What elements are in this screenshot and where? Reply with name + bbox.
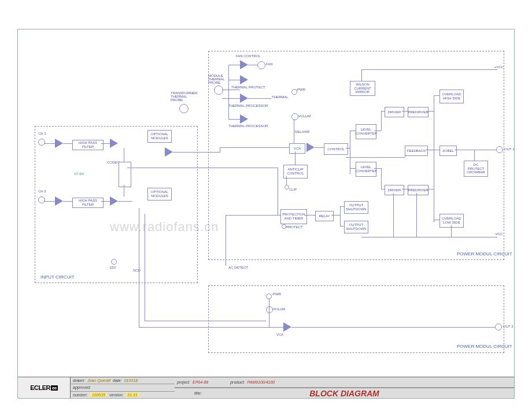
fan-amp xyxy=(240,60,248,69)
approved-key: approved: xyxy=(73,385,91,389)
therm-proc2-label: THERMAL PROCESSOR xyxy=(228,124,268,128)
ncd-label: NCD xyxy=(133,269,141,272)
sum-node xyxy=(111,259,117,265)
input-circuit-label: INPUT CIRCUIT xyxy=(40,274,75,280)
therm-prot-label: THERMAL PROTECT xyxy=(231,86,265,89)
drawn-key: drawn: xyxy=(73,378,85,382)
protect-led xyxy=(282,224,286,229)
opt-mod1-box: OPTIONAL MODULES xyxy=(147,130,172,143)
codec-box xyxy=(119,162,131,187)
amp-ch2 xyxy=(110,196,118,206)
predriv2-box: PREDRIVER xyxy=(408,185,428,195)
out1-label: OUT 1 xyxy=(504,147,515,151)
title-block: ECLERee drawn: Joan Queralt date: 010318… xyxy=(18,377,514,398)
vca2-label: VCA xyxy=(276,333,283,336)
out-shut2-box: OUTPUT SHUTDOWN xyxy=(344,221,368,233)
lvl-conv1-box: LEVEL CONVERTER xyxy=(356,124,376,139)
product-val: PAM6100/4100 xyxy=(247,380,275,384)
number-key: number: xyxy=(73,393,88,397)
version-key: version: xyxy=(109,393,124,397)
driver2-box: DRIVER xyxy=(385,185,404,195)
out2-conn xyxy=(495,324,502,330)
thermal-label: THERMAL xyxy=(272,95,289,99)
ch2-label: CH 2 xyxy=(38,190,46,193)
drawn-val: Joan Queralt xyxy=(87,378,110,382)
ch1-label: CH 1 xyxy=(38,132,46,135)
volum2-pot xyxy=(266,306,273,313)
diagram-title: BLOCK DIAGRAM xyxy=(309,389,379,398)
relay-box: RELAY xyxy=(315,211,334,221)
zobel-box: ZOBEL xyxy=(439,146,457,156)
vca-amp xyxy=(306,143,315,152)
date-key: date: xyxy=(113,378,122,382)
driver1-box: DRIVER xyxy=(385,107,404,117)
fan-ctrl-label: FAN CONTROL xyxy=(236,54,261,58)
op-amp-ch1 xyxy=(55,139,63,148)
mode-label: ST-BR xyxy=(74,172,84,176)
out-amp-1 xyxy=(165,147,173,157)
power-circuit-2-section xyxy=(208,285,504,353)
power-circuit-2-label: POWER MODUL CIRCUIT xyxy=(457,344,512,349)
ch1-connector xyxy=(38,139,45,146)
project-key: project: xyxy=(177,380,190,384)
opt-mod2-box: OPTIONAL MODULES xyxy=(147,188,172,200)
date-val: 010318 xyxy=(124,378,138,382)
codec-label: CODEC xyxy=(107,161,120,164)
title-key: title: xyxy=(194,391,202,395)
vca-box: VCA xyxy=(289,143,305,154)
lvl-conv2-box: LEVEL CONVERTER xyxy=(356,162,376,177)
anticlip-box: ANTICLIP CONTROL xyxy=(283,165,308,179)
out-shut1-box: OUTPUT SHUTDOWN xyxy=(344,201,368,214)
out1-conn xyxy=(496,146,503,153)
overload-lo-box: OVERLOAD LOW SIDE xyxy=(439,214,464,228)
fan-label: FAN xyxy=(266,62,273,66)
therm-proc2-amp xyxy=(240,114,248,124)
pwr2-label: -PWR xyxy=(272,292,281,296)
project-val: EP04-89 xyxy=(193,380,208,384)
protect-label: PROTECT xyxy=(286,225,303,229)
number-val: 100535 xyxy=(90,393,107,397)
therm-proc1-label: THERMAL PROCESSOR xyxy=(228,104,268,107)
overload-hi-box: OVERLOAD HIGH SIDE xyxy=(439,90,464,103)
power-circuit-1-label: POWER MODUL CIRCUIT xyxy=(457,251,512,257)
clip-label: CLIP xyxy=(289,188,297,191)
xfmr-probe-label: TRANSFORMER THERMAL PROBE xyxy=(171,91,194,102)
control-box: CONTROL xyxy=(324,143,348,155)
minus-vcc-label: -VCC xyxy=(494,232,503,236)
feedback-box: FEEDBACK xyxy=(405,146,428,156)
out2-label: OUT 2 xyxy=(503,325,513,328)
ac-detect-label: AC DETECT xyxy=(228,266,248,269)
fan-icon xyxy=(257,61,265,69)
therm-prot-amp xyxy=(240,75,248,84)
protect-timer-box: PROTECTION AND TIMER xyxy=(280,209,307,224)
hpf1-box: HIGH PASS FILTER xyxy=(72,140,104,150)
product-key: product: xyxy=(230,380,245,384)
delvar-label: DEL/VAR xyxy=(295,130,309,133)
op-amp-ch2 xyxy=(55,196,63,206)
mod-probe-label: MODULE THERMAL PROBE xyxy=(208,74,231,84)
mod-probe-icon xyxy=(214,86,223,95)
volum2-label: VOLUM xyxy=(273,307,285,311)
volum-label: VOLUM xyxy=(298,114,311,118)
wilson-box: WILSON CURRENT MIRROR xyxy=(350,81,375,96)
therm-proc1-amp xyxy=(240,94,248,103)
xfmr-probe-icon xyxy=(179,104,189,113)
clip-led xyxy=(285,185,289,190)
vca2-amp xyxy=(283,322,291,332)
pwr-label: -PWR xyxy=(296,88,305,91)
version-val: 01.01 xyxy=(126,393,140,397)
brand-logo: ECLERee xyxy=(18,377,71,398)
dc-protect-box: DC PROTECT CROWBAR xyxy=(464,161,488,177)
predriv1-box: PREDRIVER xyxy=(408,107,428,117)
amp-ch1 xyxy=(110,139,118,148)
plus-vcc-label: +VCC xyxy=(494,65,504,69)
hpf2-box: HIGH PASS FILTER xyxy=(72,198,104,208)
sum-label: -15V xyxy=(109,266,116,269)
ch2-connector xyxy=(38,196,45,203)
volum-pot xyxy=(291,113,298,120)
